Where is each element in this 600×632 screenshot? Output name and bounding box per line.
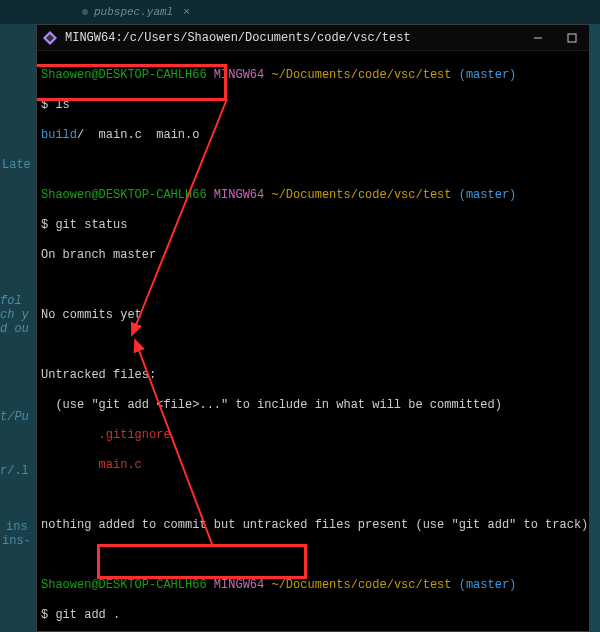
tab-pubspec[interactable]: pubspec.yaml × [72, 6, 200, 18]
prompt-shell: MINGW64 [214, 188, 264, 202]
cmd-git-status: git status [55, 218, 127, 232]
status-line: No commits yet [41, 308, 585, 323]
app-icon [43, 31, 57, 45]
bg-fragment: d ou [0, 322, 29, 336]
status-line: (use "git add <file>..." to include in w… [41, 398, 585, 413]
untracked-file: .gitignore [41, 428, 585, 443]
cmd-git-add: git add . [55, 608, 120, 622]
bg-fragment: ins- [2, 534, 31, 548]
bg-fragment: ch y [0, 308, 29, 322]
prompt-branch: (master) [459, 68, 517, 82]
prompt-user: Shaowen@DESKTOP-CAHLH66 [41, 188, 207, 202]
status-line: On branch master [41, 248, 585, 263]
bg-fragment: r/.l [0, 464, 29, 478]
maximize-button[interactable] [555, 25, 589, 51]
terminal-window: MINGW64:/c/Users/Shaowen/Documents/code/… [36, 24, 590, 632]
close-icon[interactable]: × [183, 6, 190, 18]
bg-fragment: Late [2, 158, 31, 172]
prompt-user: Shaowen@DESKTOP-CAHLH66 [41, 68, 207, 82]
prompt-path: ~/Documents/code/vsc/test [271, 578, 451, 592]
status-line: nothing added to commit but untracked fi… [41, 518, 585, 533]
prompt-path: ~/Documents/code/vsc/test [271, 68, 451, 82]
tab-label: pubspec.yaml [94, 6, 173, 18]
prompt-symbol: $ [41, 98, 55, 112]
prompt-branch: (master) [459, 578, 517, 592]
prompt-shell: MINGW64 [214, 68, 264, 82]
bg-fragment: t/Pu [0, 410, 29, 424]
terminal-output[interactable]: Shaowen@DESKTOP-CAHLH66 MINGW64 ~/Docume… [37, 51, 589, 631]
ls-dir: build [41, 128, 77, 142]
minimize-button[interactable] [521, 25, 555, 51]
window-title: MINGW64:/c/Users/Shaowen/Documents/code/… [65, 31, 411, 45]
untracked-file: main.c [41, 458, 585, 473]
prompt-path: ~/Documents/code/vsc/test [271, 188, 451, 202]
prompt-symbol: $ [41, 218, 55, 232]
file-type-dot-icon [82, 9, 88, 15]
prompt-branch: (master) [459, 188, 517, 202]
cmd-ls: ls [55, 98, 69, 112]
editor-tab-bar: pubspec.yaml × [0, 0, 600, 24]
prompt-shell: MINGW64 [214, 578, 264, 592]
bg-fragment: fol [0, 294, 22, 308]
prompt-symbol: $ [41, 608, 55, 622]
bg-fragment: ins [6, 520, 28, 534]
svg-rect-3 [568, 34, 576, 42]
window-titlebar[interactable]: MINGW64:/c/Users/Shaowen/Documents/code/… [37, 25, 589, 51]
status-line: Untracked files: [41, 368, 585, 383]
ls-files: / main.c main.o [77, 128, 199, 142]
prompt-user: Shaowen@DESKTOP-CAHLH66 [41, 578, 207, 592]
